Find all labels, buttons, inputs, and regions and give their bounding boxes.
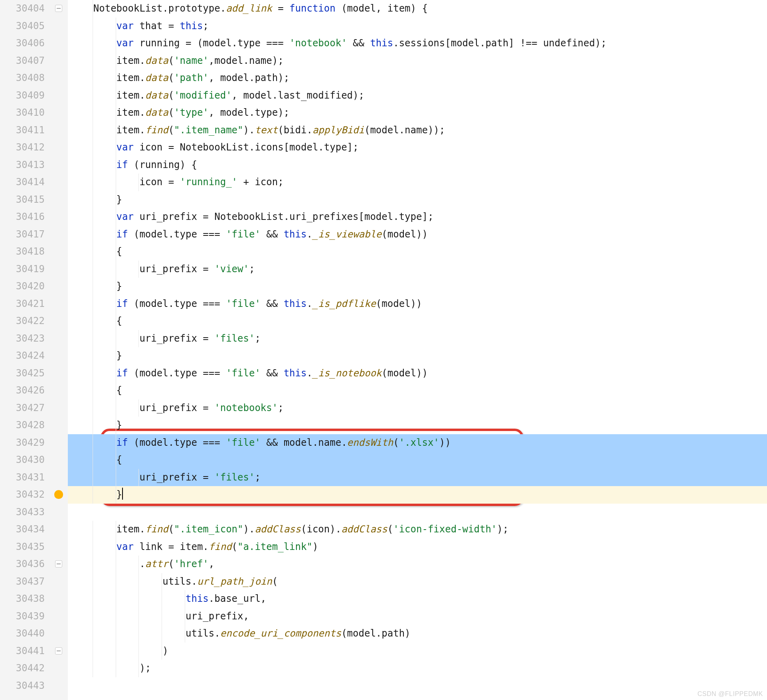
code-line[interactable]: var icon = NotebookList.icons[model.type… xyxy=(68,139,767,156)
line-number: 30439 xyxy=(0,608,49,625)
code-line[interactable]: } xyxy=(68,347,767,365)
fold-column xyxy=(49,0,68,700)
code-line[interactable]: item.data('path', model.path); xyxy=(68,69,767,87)
line-number: 30433 xyxy=(0,504,49,521)
line-number: 30435 xyxy=(0,538,49,556)
line-number: 30406 xyxy=(0,35,49,52)
line-number: 30412 xyxy=(0,139,49,156)
code-line[interactable]: .attr('href', xyxy=(68,556,767,573)
text-caret xyxy=(122,488,123,500)
line-number: 30426 xyxy=(0,382,49,399)
code-line[interactable]: icon = 'running_' + icon; xyxy=(68,174,767,191)
code-line[interactable]: uri_prefix = 'view'; xyxy=(68,261,767,278)
line-number: 30429 xyxy=(0,434,49,452)
line-number: 30427 xyxy=(0,399,49,417)
line-number: 30404 xyxy=(0,0,49,18)
line-number: 30415 xyxy=(0,191,49,209)
line-number: 30405 xyxy=(0,18,49,35)
line-number: 30408 xyxy=(0,69,49,87)
code-line[interactable]: } xyxy=(68,417,767,434)
watermark-text: CSDN @FLIPPEDMK xyxy=(698,690,763,698)
code-line[interactable]: if (model.type === 'file' && model.name.… xyxy=(68,434,767,452)
code-line[interactable]: item.find(".item_name").text(bidi.applyB… xyxy=(68,122,767,139)
line-number: 30425 xyxy=(0,365,49,382)
code-line[interactable]: item.data('name',model.name); xyxy=(68,52,767,70)
line-number: 30428 xyxy=(0,417,49,434)
line-number: 30410 xyxy=(0,104,49,122)
code-line[interactable]: { xyxy=(68,243,767,261)
code-line[interactable]: NotebookList.prototype.add_link = functi… xyxy=(68,0,767,18)
line-number: 30440 xyxy=(0,625,49,643)
line-number: 30422 xyxy=(0,312,49,330)
fold-toggle-icon[interactable] xyxy=(55,647,62,655)
code-line[interactable]: } xyxy=(68,486,767,504)
code-line[interactable]: if (model.type === 'file' && this._is_vi… xyxy=(68,226,767,243)
line-number: 30421 xyxy=(0,295,49,313)
code-line[interactable]: uri_prefix = 'files'; xyxy=(68,330,767,348)
line-number: 30417 xyxy=(0,226,49,243)
line-number: 30431 xyxy=(0,469,49,486)
code-line[interactable]: uri_prefix = 'files'; xyxy=(68,469,767,486)
line-number: 30442 xyxy=(0,660,49,677)
code-line[interactable]: var uri_prefix = NotebookList.uri_prefix… xyxy=(68,208,767,226)
gutter: 3040430405304063040730408304093041030411… xyxy=(0,0,68,700)
line-number: 30430 xyxy=(0,451,49,469)
code-line[interactable] xyxy=(68,504,767,521)
code-line[interactable]: var that = this; xyxy=(68,18,767,35)
line-number: 30416 xyxy=(0,208,49,226)
code-line[interactable]: { xyxy=(68,312,767,330)
code-area[interactable]: NotebookList.prototype.add_link = functi… xyxy=(68,0,767,700)
code-line[interactable]: uri_prefix = 'notebooks'; xyxy=(68,399,767,417)
code-editor[interactable]: 3040430405304063040730408304093041030411… xyxy=(0,0,767,700)
code-line[interactable]: uri_prefix, xyxy=(68,608,767,625)
line-number: 30436 xyxy=(0,556,49,573)
line-number: 30423 xyxy=(0,330,49,348)
line-number: 30420 xyxy=(0,278,49,295)
code-line[interactable]: item.data('type', model.type); xyxy=(68,104,767,122)
line-number: 30434 xyxy=(0,521,49,538)
code-line[interactable]: this.base_url, xyxy=(68,590,767,608)
code-line[interactable]: var link = item.find("a.item_link") xyxy=(68,538,767,556)
lightbulb-icon[interactable] xyxy=(54,490,63,499)
code-line[interactable] xyxy=(68,677,767,695)
line-number: 30418 xyxy=(0,243,49,261)
code-line[interactable]: item.data('modified', model.last_modifie… xyxy=(68,87,767,105)
code-line[interactable]: var running = (model.type === 'notebook'… xyxy=(68,35,767,52)
line-number: 30419 xyxy=(0,261,49,278)
line-number: 30424 xyxy=(0,347,49,365)
code-line[interactable]: utils.url_path_join( xyxy=(68,573,767,591)
line-number: 30441 xyxy=(0,643,49,660)
line-number: 30409 xyxy=(0,87,49,105)
line-number: 30438 xyxy=(0,590,49,608)
code-line[interactable]: if (running) { xyxy=(68,156,767,174)
fold-toggle-icon[interactable] xyxy=(55,5,62,12)
code-line[interactable]: if (model.type === 'file' && this._is_no… xyxy=(68,365,767,382)
line-number: 30407 xyxy=(0,52,49,70)
code-line[interactable]: } xyxy=(68,278,767,295)
code-line[interactable]: utils.encode_uri_components(model.path) xyxy=(68,625,767,643)
fold-toggle-icon[interactable] xyxy=(55,560,62,568)
code-line[interactable]: ); xyxy=(68,660,767,677)
code-line[interactable]: { xyxy=(68,451,767,469)
code-line[interactable]: ) xyxy=(68,643,767,660)
line-number: 30432 xyxy=(0,486,49,504)
code-line[interactable]: } xyxy=(68,191,767,209)
line-number: 30411 xyxy=(0,122,49,139)
line-number: 30414 xyxy=(0,174,49,191)
line-number-column: 3040430405304063040730408304093041030411… xyxy=(0,0,49,694)
line-number: 30413 xyxy=(0,156,49,174)
code-line[interactable]: { xyxy=(68,382,767,399)
code-line[interactable]: if (model.type === 'file' && this._is_pd… xyxy=(68,295,767,313)
line-number: 30443 xyxy=(0,677,49,695)
code-line[interactable]: item.find(".item_icon").addClass(icon).a… xyxy=(68,521,767,538)
line-number: 30437 xyxy=(0,573,49,591)
